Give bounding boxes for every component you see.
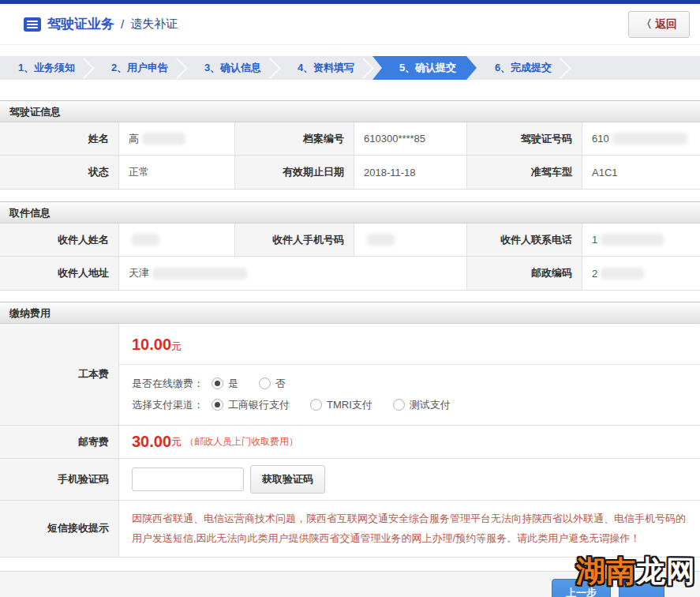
get-code-button[interactable]: 获取验证码 bbox=[250, 465, 325, 494]
license-number-value: 610 bbox=[582, 122, 700, 155]
license-number-label: 驾驶证号码 bbox=[467, 122, 582, 155]
expiry-label: 有效期止日期 bbox=[235, 156, 354, 189]
table-row: 状态 正常 有效期止日期 2018-11-18 准驾车型 A1C1 bbox=[0, 156, 700, 189]
online-no-label[interactable]: 否 bbox=[275, 377, 286, 391]
steps-filler bbox=[570, 56, 700, 80]
postage-fee-note: （邮政人员上门收取费用） bbox=[185, 435, 298, 449]
page-title: 驾驶证业务 bbox=[47, 15, 114, 33]
pickup-info-section: 取件信息 收件人姓名 收件人手机号码 收件人联系电话 1 收件人地址 天津 邮政… bbox=[0, 201, 700, 291]
radio-channel-test[interactable] bbox=[393, 399, 405, 411]
recipient-name-label: 收件人姓名 bbox=[0, 223, 119, 256]
sms-notice-row: 短信接收提示 因陕西省联通、电信运营商技术问题，陕西省互联网交通安全综合服务管理… bbox=[0, 501, 700, 557]
zip-code-value: 2 bbox=[582, 257, 700, 290]
step-4-fill-data[interactable]: 4、资料填写 bbox=[279, 56, 372, 80]
step-2-label: 2、用户申告 bbox=[111, 61, 168, 75]
step-5-label: 5、确认提交 bbox=[399, 61, 456, 75]
redacted-blur bbox=[142, 133, 185, 145]
fees-section: 缴纳费用 工本费 10.00元 是否在线缴费： 是 否 选择支付渠道： 工商银行… bbox=[0, 302, 700, 558]
table-row: 姓名 高 档案编号 610300****85 驾驶证号码 610 bbox=[0, 122, 700, 156]
redacted-blur bbox=[612, 133, 687, 145]
postage-fee-label: 邮寄费 bbox=[0, 426, 119, 458]
previous-step-button[interactable]: 上一步 bbox=[552, 579, 611, 597]
redacted-blur bbox=[152, 268, 247, 280]
recipient-name-value bbox=[119, 223, 235, 256]
table-row: 收件人姓名 收件人手机号码 收件人联系电话 1 bbox=[0, 223, 700, 257]
sms-notice-text: 因陕西省联通、电信运营商技术问题，陕西省互联网交通安全综合服务管理平台无法向持陕… bbox=[132, 509, 687, 549]
step-navigation: 1、业务须知 2、用户申告 3、确认信息 4、资料填写 5、确认提交 6、完成提… bbox=[0, 56, 700, 80]
step-1-label: 1、业务须知 bbox=[18, 61, 75, 75]
radio-online-no[interactable] bbox=[259, 377, 271, 389]
step-5-confirm-submit-active[interactable]: 5、确认提交 bbox=[372, 56, 477, 80]
channel-test-label[interactable]: 测试支付 bbox=[410, 398, 451, 412]
step-6-label: 6、完成提交 bbox=[495, 61, 552, 75]
production-fee-amount: 10.00 bbox=[132, 336, 171, 353]
name-value: 高 bbox=[119, 122, 235, 155]
recipient-phone-value: 1 bbox=[582, 223, 700, 256]
fees-section-title: 缴纳费用 bbox=[0, 302, 700, 324]
license-section-title: 驾驶证信息 bbox=[0, 100, 700, 122]
redacted-blur bbox=[601, 234, 664, 246]
submit-button[interactable] bbox=[619, 581, 664, 597]
vehicle-class-value: A1C1 bbox=[582, 156, 700, 189]
expiry-value: 2018-11-18 bbox=[354, 156, 467, 189]
back-chevron-icon: 〈 bbox=[641, 17, 652, 32]
channel-tmri-label[interactable]: TMRI支付 bbox=[327, 398, 372, 412]
footer-action-bar: 上一步 bbox=[0, 571, 700, 597]
redacted-blur bbox=[367, 234, 395, 246]
breadcrumb-current: 遗失补证 bbox=[130, 17, 178, 32]
recipient-mobile-value bbox=[354, 223, 467, 256]
redacted-blur bbox=[132, 234, 159, 246]
vehicle-class-label: 准驾车型 bbox=[467, 156, 582, 189]
table-row: 收件人地址 天津 邮政编码 2 bbox=[0, 257, 700, 290]
back-button-label: 返回 bbox=[655, 17, 677, 32]
online-payment-question-line: 是否在线缴费： 是 否 bbox=[132, 373, 687, 394]
recipient-phone-label: 收件人联系电话 bbox=[467, 223, 582, 256]
payment-options: 是否在线缴费： 是 否 选择支付渠道： 工商银行支付 TMRI支付 测试支付 bbox=[119, 365, 700, 425]
sms-code-label: 手机验证码 bbox=[0, 459, 119, 500]
postage-fee-amount: 30.00 bbox=[132, 433, 171, 451]
sms-notice-label: 短信接收提示 bbox=[0, 501, 119, 557]
step-2-user-declaration[interactable]: 2、用户申告 bbox=[93, 56, 186, 80]
sms-code-value: 获取验证码 bbox=[119, 459, 700, 500]
online-payment-question: 是否在线缴费： bbox=[132, 377, 204, 391]
radio-channel-icbc[interactable] bbox=[211, 399, 223, 411]
redacted-blur bbox=[601, 268, 644, 280]
postage-fee-row: 邮寄费 30.00元 （邮政人员上门收取费用） bbox=[0, 426, 700, 459]
file-number-label: 档案编号 bbox=[235, 122, 354, 155]
channel-icbc-label[interactable]: 工商银行支付 bbox=[228, 398, 290, 412]
status-value: 正常 bbox=[119, 156, 235, 189]
license-business-icon bbox=[24, 17, 41, 32]
radio-online-yes[interactable] bbox=[211, 377, 223, 389]
zip-code-label: 邮政编码 bbox=[467, 257, 582, 290]
name-label: 姓名 bbox=[0, 122, 119, 155]
postage-fee-unit: 元 bbox=[171, 435, 182, 449]
status-label: 状态 bbox=[0, 156, 119, 189]
recipient-mobile-label: 收件人手机号码 bbox=[235, 223, 354, 256]
license-info-section: 驾驶证信息 姓名 高 档案编号 610300****85 驾驶证号码 610 状… bbox=[0, 100, 700, 190]
sms-notice-value: 因陕西省联通、电信运营商技术问题，陕西省互联网交通安全综合服务管理平台无法向持陕… bbox=[119, 501, 700, 557]
step-6-complete-submit[interactable]: 6、完成提交 bbox=[477, 56, 570, 80]
payment-channel-question-line: 选择支付渠道： 工商银行支付 TMRI支付 测试支付 bbox=[132, 394, 687, 415]
recipient-address-label: 收件人地址 bbox=[0, 257, 119, 290]
sms-code-input[interactable] bbox=[132, 467, 244, 491]
radio-channel-tmri[interactable] bbox=[310, 399, 322, 411]
step-3-confirm-info[interactable]: 3、确认信息 bbox=[186, 56, 279, 80]
file-number-value: 610300****85 bbox=[354, 122, 467, 155]
step-1-business-notice[interactable]: 1、业务须知 bbox=[0, 56, 93, 80]
step-4-label: 4、资料填写 bbox=[298, 61, 354, 75]
payment-channel-question: 选择支付渠道： bbox=[132, 398, 204, 412]
sms-code-row: 手机验证码 获取验证码 bbox=[0, 459, 700, 501]
production-fee-label: 工本费 bbox=[0, 324, 119, 425]
production-fee-unit: 元 bbox=[171, 340, 182, 352]
back-button[interactable]: 〈 返回 bbox=[628, 11, 690, 38]
breadcrumb-separator: / bbox=[121, 17, 124, 31]
postage-fee-value: 30.00元 （邮政人员上门收取费用） bbox=[119, 426, 700, 458]
production-fee-row: 工本费 10.00元 是否在线缴费： 是 否 选择支付渠道： 工商银行支付 bbox=[0, 324, 700, 426]
step-3-label: 3、确认信息 bbox=[204, 61, 261, 75]
production-fee-amount-line: 10.00元 bbox=[119, 324, 700, 365]
breadcrumb: 驾驶证业务 / 遗失补证 bbox=[24, 15, 178, 33]
page-header: 驾驶证业务 / 遗失补证 〈 返回 bbox=[0, 4, 700, 45]
recipient-address-value: 天津 bbox=[119, 257, 467, 290]
pickup-section-title: 取件信息 bbox=[0, 201, 700, 223]
online-yes-label[interactable]: 是 bbox=[228, 377, 238, 391]
